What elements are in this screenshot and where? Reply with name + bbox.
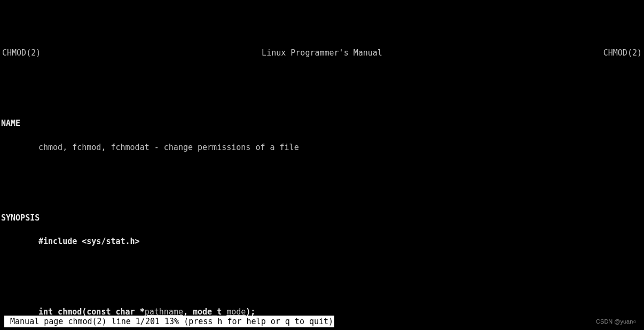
pager-status-bar[interactable]: Manual page chmod(2) line 1/201 13% (pre… bbox=[4, 316, 334, 327]
manpage-header: CHMOD(2) Linux Programmer's Manual CHMOD… bbox=[0, 47, 644, 59]
section-name-label: NAME bbox=[0, 117, 644, 129]
name-description: chmod, fchmod, fchmodat - change permiss… bbox=[0, 142, 644, 153]
section-synopsis-label: SYNOPSIS bbox=[0, 212, 644, 224]
header-left: CHMOD(2) bbox=[2, 47, 41, 59]
include-sys-stat: #include <sys/stat.h> bbox=[0, 235, 644, 247]
header-center: Linux Programmer's Manual bbox=[262, 47, 382, 59]
watermark-text: CSDN @yuan○ bbox=[596, 317, 637, 326]
header-right: CHMOD(2) bbox=[603, 47, 642, 59]
